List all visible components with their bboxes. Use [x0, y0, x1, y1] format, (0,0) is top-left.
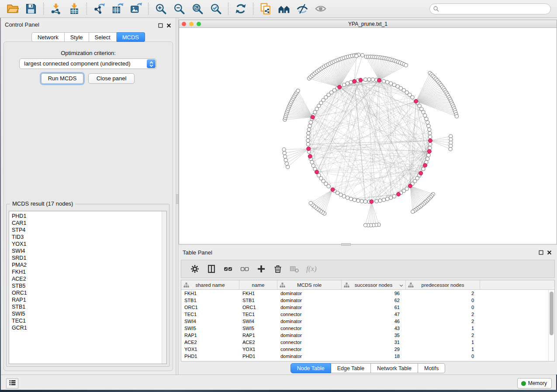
mcds-result-item[interactable]: SRD1 [9, 254, 161, 261]
table-row[interactable]: YOX1YOX1connector291 [181, 346, 548, 353]
tab-mcds[interactable]: MCDS [117, 32, 145, 42]
close-panel-button[interactable]: Close panel [88, 73, 135, 84]
tab-network[interactable]: Network [31, 32, 65, 42]
table-settings-icon[interactable] [189, 263, 201, 275]
column-header-predecessor-nodes[interactable]: predecessor nodes [406, 280, 480, 290]
delete-column-icon[interactable] [272, 263, 284, 275]
table-row[interactable]: SWI5SWI5connector431 [181, 325, 548, 332]
shared-column-icon [408, 282, 414, 289]
table-cell: 2 [406, 332, 480, 339]
table-row[interactable]: RAP1RAP1dominator352 [181, 332, 548, 339]
zoom-out-icon[interactable] [173, 2, 186, 15]
import-table-icon[interactable] [68, 2, 81, 15]
mcds-result-item[interactable]: TEC1 [9, 317, 161, 324]
zoom-selected-icon[interactable] [209, 2, 222, 15]
table-row[interactable]: STB1STB1dominator620 [181, 297, 548, 304]
export-image-icon[interactable] [129, 2, 142, 15]
close-panel-icon[interactable] [166, 22, 171, 30]
table-cell: SWI4 [239, 318, 277, 325]
task-history-button[interactable] [6, 378, 18, 389]
column-header-successor-nodes[interactable]: successor nodes [342, 280, 406, 290]
network-from-table-icon[interactable] [259, 2, 272, 15]
mcds-result-item[interactable]: PHD1 [9, 213, 161, 220]
network-graph[interactable] [179, 28, 557, 244]
export-table-icon[interactable] [111, 2, 124, 15]
mcds-result-item[interactable]: TID3 [9, 234, 161, 241]
vertical-splitter-handle[interactable] [176, 194, 178, 204]
sort-desc-icon[interactable] [399, 284, 403, 289]
tab-style[interactable]: Style [65, 32, 89, 42]
mcds-result-item[interactable]: SWI4 [9, 248, 161, 254]
column-header-name[interactable]: name [239, 280, 277, 290]
import-network-icon[interactable] [49, 2, 62, 15]
status-bar: Memory [1, 375, 556, 390]
zoom-fit-icon[interactable] [191, 2, 204, 15]
mcds-result-item[interactable]: STB1 [9, 303, 161, 310]
table-row[interactable]: FKH1FKH1dominator962 [181, 290, 548, 297]
mcds-result-list[interactable]: PHD1CAR1STP4TID3YOX1SWI4SRD1PMA2FKH1ACE2… [9, 211, 167, 364]
deselect-all-columns-icon[interactable] [239, 263, 250, 275]
toolbar-separator [228, 3, 228, 15]
select-all-columns-icon[interactable] [222, 263, 234, 275]
table-row[interactable]: ACE2ACE2connector311 [181, 339, 548, 346]
memory-label: Memory [528, 378, 547, 388]
close-table-panel-icon[interactable] [547, 249, 552, 257]
export-network-icon[interactable] [93, 2, 106, 15]
tab-network-table[interactable]: Network Table [371, 363, 418, 373]
column-header-MCDS-role[interactable]: MCDS role [277, 280, 342, 290]
mcds-result-item[interactable]: YOX1 [9, 241, 161, 248]
table-cell: connector [277, 325, 342, 332]
search-input[interactable] [429, 3, 551, 14]
node-table: shared namenameMCDS rolesuccessor nodesp… [181, 280, 555, 361]
table-cell: 31 [342, 339, 406, 346]
open-file-icon[interactable] [6, 2, 19, 15]
table-row[interactable]: ORC1ORC1dominator610 [181, 304, 548, 311]
mcds-result-title: MCDS result (17 nodes) [10, 200, 75, 207]
table-scrollbar-track[interactable] [548, 290, 554, 361]
show-all-icon[interactable] [314, 2, 327, 15]
memory-button[interactable]: Memory [517, 378, 552, 389]
mcds-result-item[interactable]: GCR1 [9, 324, 161, 331]
mcds-result-item[interactable]: STB5 [9, 282, 161, 289]
mcds-list-scrollbar[interactable] [162, 211, 166, 364]
search-box [429, 3, 551, 14]
vertical-splitter[interactable] [176, 18, 179, 375]
mcds-result-item[interactable]: RAP1 [9, 296, 161, 303]
mcds-result-item[interactable]: CAR1 [9, 220, 161, 227]
save-session-icon[interactable] [24, 2, 38, 15]
main-toolbar [0, 0, 557, 18]
zoom-in-icon[interactable] [154, 2, 167, 15]
criterion-value: largest connected component (undirected) [24, 60, 131, 67]
add-column-icon[interactable] [256, 263, 267, 275]
table-cell: 35 [342, 332, 406, 339]
tab-node-table[interactable]: Node Table [291, 363, 331, 373]
mcds-result-item[interactable]: ACE2 [9, 275, 161, 282]
hide-selected-icon[interactable] [296, 2, 309, 15]
table-row[interactable]: TEC1TEC1connector472 [181, 311, 548, 318]
mcds-result-item[interactable]: PMA2 [9, 261, 161, 268]
mcds-result-item[interactable]: FKH1 [9, 268, 161, 275]
dropdown-spinner-icon [147, 59, 156, 68]
network-canvas[interactable] [179, 28, 557, 244]
run-mcds-button[interactable]: Run MCDS [41, 73, 83, 84]
mcds-result-item[interactable]: ORC1 [9, 289, 161, 296]
refresh-layout-icon[interactable] [234, 2, 247, 15]
tab-select[interactable]: Select [89, 32, 117, 42]
table-cell: TEC1 [239, 311, 277, 318]
network-window-titlebar[interactable]: YPA_prune.txt_1 [179, 20, 557, 28]
first-neighbors-icon[interactable] [277, 2, 291, 15]
float-table-panel-icon[interactable] [539, 249, 543, 257]
network-title: YPA_prune.txt_1 [179, 21, 557, 27]
table-row[interactable]: SWI4SWI4dominator462 [181, 318, 548, 325]
columns-icon[interactable] [206, 263, 217, 275]
table-cell: dominator [277, 304, 342, 311]
criterion-dropdown[interactable]: largest connected component (undirected) [19, 58, 156, 69]
tab-edge-table[interactable]: Edge Table [331, 363, 371, 373]
mcds-result-item[interactable]: STP4 [9, 227, 161, 234]
table-scrollbar-thumb[interactable] [550, 292, 554, 335]
tab-motifs[interactable]: Motifs [418, 363, 445, 373]
mcds-result-item[interactable]: SWI5 [9, 310, 161, 317]
column-header-shared-name[interactable]: shared name [181, 280, 239, 290]
float-panel-icon[interactable] [158, 22, 163, 30]
table-row[interactable]: PHD1PHD1dominator180 [181, 353, 548, 360]
